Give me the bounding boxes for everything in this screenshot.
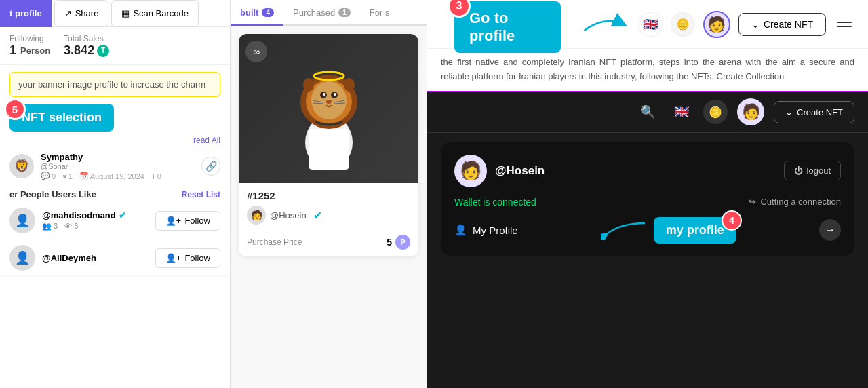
my-profile-callout-bubble: my profile 4: [654, 217, 736, 244]
share-icon: ↗: [64, 8, 72, 18]
follow-button-1[interactable]: 👤+ Follow: [155, 211, 220, 231]
section-header: read All: [0, 134, 230, 148]
create-nft-dark-button[interactable]: ⌄ Create NFT: [774, 101, 854, 123]
nft-card-image: ∞: [239, 34, 418, 183]
purchase-price-label: Purchase Price: [247, 237, 302, 247]
right-dark-topbar: 🔍 🇬🇧 🪙 🧑 ⌄ Create NFT: [427, 92, 868, 133]
hamburger-menu[interactable]: [834, 19, 854, 30]
date-meta: 📅 August 19, 2024: [79, 172, 144, 180]
description-content: the first native and completely Iranian …: [441, 57, 854, 81]
create-nft-label: Create NFT: [764, 19, 813, 30]
svg-rect-1: [309, 129, 349, 170]
nft-callout-label: NFT selection: [22, 111, 102, 124]
following-stat: Following 1 Person: [9, 34, 50, 58]
my-profile-button[interactable]: 👤 My Profile: [454, 224, 518, 236]
create-nft-dark-label: Create NFT: [797, 107, 843, 117]
my-profile-arrow: [601, 220, 648, 240]
wallet-row: Wallet is connected ↪ Cutting a connecti…: [454, 197, 841, 208]
user-avatar-dark-button[interactable]: 🧑: [737, 98, 764, 125]
banner-notice-text: your banner image profile to increase th…: [18, 79, 205, 90]
scan-barcode-button[interactable]: ▦ Scan Barcode: [111, 0, 199, 27]
profile-card: 🧑 @Hosein ⏻ logout Wallet is connected ↪…: [441, 142, 854, 256]
svg-point-9: [326, 100, 332, 104]
step5-circle: 5: [4, 98, 26, 120]
profile-user: 🧑 @Hosein: [454, 155, 545, 187]
search-button[interactable]: 🔍: [635, 100, 660, 124]
nft-item-avatar: 🦁: [9, 154, 34, 178]
nft-item-info: Sympathy @Sonar 💬 0 ♥ 1 📅 August 19, 202…: [41, 152, 195, 180]
tab-forsale[interactable]: For s: [360, 0, 399, 26]
nft-item-meta: 💬 0 ♥ 1 📅 August 19, 2024 T 0: [41, 172, 195, 180]
wallet-button[interactable]: 🪙: [671, 12, 695, 37]
cut-connection-icon: ↪: [749, 197, 756, 207]
user-name-1: @mahdisodmand ✔: [42, 210, 149, 220]
people-title-text: er People Users Like: [9, 189, 96, 199]
nft-card-id: #1252: [247, 190, 410, 201]
token-icon: T: [97, 45, 109, 57]
chevron-dark-icon: ⌄: [785, 107, 793, 117]
go-profile-arrow: [581, 11, 630, 38]
right-dark-section: 🔍 🇬🇧 🪙 🧑 ⌄ Create NFT 🧑 @Hosein ⏻ logout: [427, 92, 868, 388]
follow-icon-2: 👤+: [165, 253, 182, 263]
tab-forsale-label: For s: [370, 7, 390, 18]
middle-panel: built 4 Purchased 1 For s ∞: [231, 0, 427, 388]
owner-verified: ✔: [313, 209, 322, 222]
wallet-connected-status: Wallet is connected: [454, 197, 536, 208]
purchase-price-value: 5 P: [387, 235, 410, 250]
tabs-bar: built 4 Purchased 1 For s: [231, 0, 427, 26]
owner-avatar: 🧑: [247, 206, 266, 225]
nft-share-icon[interactable]: 🔗: [201, 157, 220, 176]
nft-selection-callout: 5 NFT selection: [9, 104, 220, 132]
nft-card: ∞: [239, 34, 418, 256]
profile-button[interactable]: t profile: [0, 0, 52, 27]
tab-purchased-badge: 1: [338, 8, 351, 17]
user-avatar-2: 👤: [9, 245, 35, 271]
stats-row: Following 1 Person Total Sales 3.842 T: [0, 27, 230, 65]
user-name-2: @AliDeymeh: [42, 253, 149, 263]
banner-notice: your banner image profile to increase th…: [9, 72, 220, 97]
left-panel: t profile ↗ Share ▦ Scan Barcode Followi…: [0, 0, 231, 388]
user-item-1: 👤 @mahdisodmand ✔ 👥 3 👁 6 👤+ Follow: [0, 202, 230, 239]
description-text: the first native and completely Iranian …: [427, 49, 868, 92]
profile-arrow-button[interactable]: →: [819, 219, 841, 241]
cut-connection-button[interactable]: ↪ Cutting a connection: [749, 197, 841, 207]
reset-list-btn[interactable]: Reset List: [182, 190, 220, 199]
read-all-link[interactable]: read All: [193, 136, 220, 145]
nft-card-owner: 🧑 @Hosein ✔: [247, 206, 410, 225]
flag-button[interactable]: 🇬🇧: [638, 12, 663, 37]
verified-icon-1: ✔: [119, 210, 126, 220]
nft-item-title: Sympathy: [41, 152, 195, 162]
user-item-2: 👤 @AliDeymeh 👤+ Follow: [0, 239, 230, 277]
share-button[interactable]: ↗ Share: [54, 0, 109, 27]
flag-dark-button[interactable]: 🇬🇧: [669, 100, 694, 124]
tab-built-badge: 4: [262, 8, 274, 17]
nft-item-user: @Sonar: [41, 162, 195, 170]
nft-logo: ∞: [245, 41, 267, 62]
tab-built[interactable]: built 4: [231, 0, 283, 26]
user-avatar-button[interactable]: 🧑: [703, 11, 730, 38]
create-nft-button[interactable]: ⌄ Create NFT: [738, 13, 826, 36]
following-label: Following: [9, 34, 50, 43]
follow-button-2[interactable]: 👤+ Follow: [155, 248, 220, 268]
user-stats-1: 👥 3 👁 6: [42, 222, 149, 231]
profile-user-icon: 👤: [454, 224, 467, 236]
user-following-1: 👁 6: [64, 222, 78, 231]
profile-username: @Hosein: [495, 164, 545, 178]
scan-button-label: Scan Barcode: [133, 8, 189, 18]
tab-purchased-label: Purchased: [293, 7, 335, 18]
token-meta: T 0: [151, 172, 161, 180]
right-panel: 3 Go to profile 🇬🇧 🪙 🧑 ⌄ Create NFT: [427, 0, 868, 388]
follow-label-2: Follow: [184, 253, 210, 263]
logout-button[interactable]: ⏻ logout: [784, 161, 841, 180]
profile-button-label: t profile: [9, 8, 42, 18]
total-sales-value: 3.842: [64, 43, 94, 58]
user-followers-1: 👥 3: [42, 222, 58, 231]
wallet-dark-button[interactable]: 🪙: [703, 100, 728, 124]
tab-purchased[interactable]: Purchased 1: [283, 0, 360, 26]
nft-action-icons: 🔗: [201, 157, 220, 176]
profile-card-top: 🧑 @Hosein ⏻ logout: [454, 155, 841, 187]
people-section-title: er People Users Like Reset List: [0, 185, 230, 202]
hamburger-line-2: [837, 26, 852, 27]
go-profile-area: 3 Go to profile: [441, 0, 630, 53]
my-profile-row: 👤 My Profile my pro: [454, 217, 841, 244]
